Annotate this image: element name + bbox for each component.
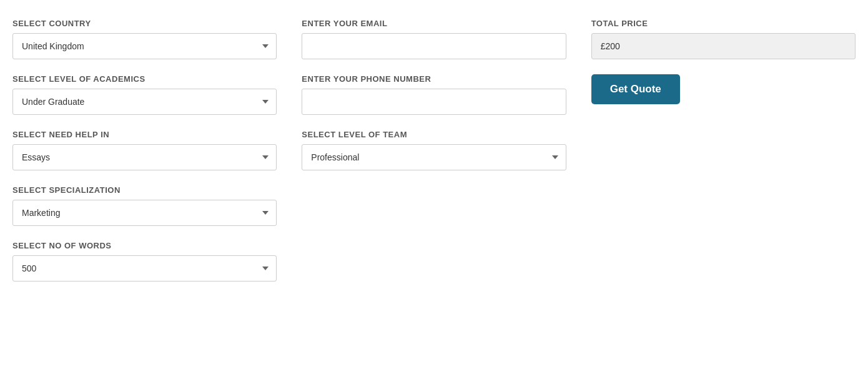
email-input[interactable] <box>302 33 566 59</box>
total-price-label: TOTAL PRICE <box>591 19 856 28</box>
email-group: ENTER YOUR EMAIL <box>302 19 566 59</box>
academics-label: SELECT LEVEL OF ACADEMICS <box>12 74 277 84</box>
right-column: TOTAL PRICE Get Quote <box>591 19 856 296</box>
get-quote-button[interactable]: Get Quote <box>591 74 680 104</box>
total-price-value <box>591 33 856 59</box>
help-label: SELECT NEED HELP IN <box>12 130 277 139</box>
middle-column: ENTER YOUR EMAIL ENTER YOUR PHONE NUMBER… <box>302 19 566 296</box>
team-level-select[interactable]: Professional Standard Premium Expert <box>302 144 566 170</box>
phone-group: ENTER YOUR PHONE NUMBER <box>302 74 566 115</box>
email-label: ENTER YOUR EMAIL <box>302 19 566 28</box>
academics-group: SELECT LEVEL OF ACADEMICS Under Graduate… <box>12 74 277 115</box>
words-group: SELECT NO OF WORDS 500 1000 1500 2000 25… <box>12 241 277 281</box>
phone-input[interactable] <box>302 89 566 115</box>
get-quote-wrapper: Get Quote <box>591 69 856 104</box>
country-select[interactable]: United Kingdom United States Australia C… <box>12 33 277 59</box>
specialization-select[interactable]: Marketing Finance Engineering Law Medici… <box>12 200 277 226</box>
team-level-label: SELECT LEVEL OF TEAM <box>302 130 566 139</box>
form-container: SELECT COUNTRY United Kingdom United Sta… <box>12 19 856 296</box>
words-select[interactable]: 500 1000 1500 2000 2500 3000 <box>12 255 277 281</box>
team-level-group: SELECT LEVEL OF TEAM Professional Standa… <box>302 130 566 170</box>
country-label: SELECT COUNTRY <box>12 19 277 28</box>
help-select[interactable]: Essays Dissertation Assignment Thesis Re… <box>12 144 277 170</box>
words-label: SELECT NO OF WORDS <box>12 241 277 250</box>
phone-label: ENTER YOUR PHONE NUMBER <box>302 74 566 84</box>
left-column: SELECT COUNTRY United Kingdom United Sta… <box>12 19 277 296</box>
specialization-group: SELECT SPECIALIZATION Marketing Finance … <box>12 185 277 226</box>
academics-select[interactable]: Under Graduate Post Graduate PhD High Sc… <box>12 89 277 115</box>
total-price-group: TOTAL PRICE <box>591 19 856 59</box>
help-group: SELECT NEED HELP IN Essays Dissertation … <box>12 130 277 170</box>
specialization-label: SELECT SPECIALIZATION <box>12 185 277 195</box>
country-group: SELECT COUNTRY United Kingdom United Sta… <box>12 19 277 59</box>
